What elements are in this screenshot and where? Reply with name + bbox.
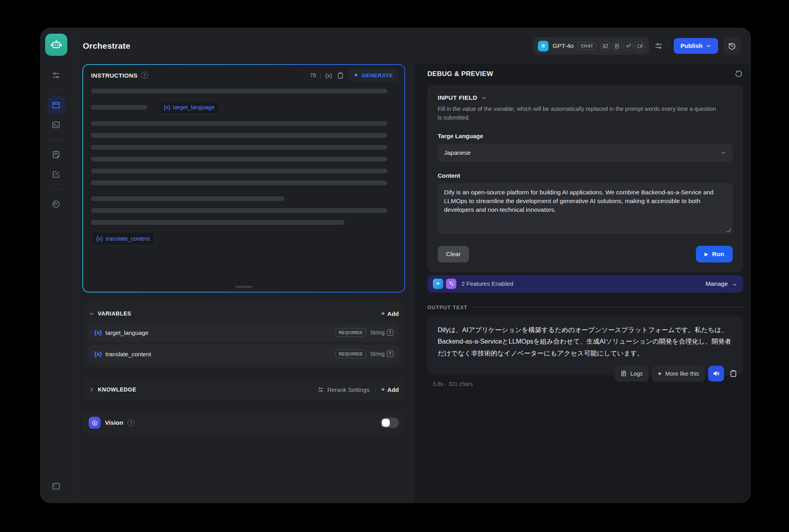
variable-chip-target-language[interactable]: {x} target_language [158,101,220,114]
model-selector[interactable]: ✳ GPT-4o CHAT [533,37,649,55]
video-capability-icon [635,41,644,51]
textarea-resize-handle[interactable] [726,228,730,232]
sparkle-icon: ✦ [354,72,359,79]
rerank-settings-button[interactable]: Rerank Settings [317,386,370,393]
vision-icon [89,417,101,429]
skeleton-line [91,121,387,126]
copy-output-icon[interactable] [729,369,738,378]
left-rail [40,28,72,503]
variable-type: String T [370,351,393,357]
required-badge: REQUIRED [335,350,366,358]
toolbar-divider [668,42,669,50]
skeleton-line [91,180,387,185]
input-field-card: INPUT FIELD Fill in the value of the var… [427,85,743,273]
string-type-icon: T [387,351,393,357]
rail-item-monitoring[interactable] [48,195,65,213]
vision-toggle[interactable] [381,418,399,428]
chevron-down-icon[interactable] [89,311,95,317]
instructions-title: INSTRUCTIONS [91,72,137,79]
rail-item-terminal[interactable] [48,116,65,133]
text-to-speech-feature-icon [446,279,456,289]
variable-row[interactable]: {x} translate_content REQUIRED String T [89,345,399,363]
plus-icon: + [381,310,385,317]
features-bar[interactable]: ✦ 2 Features Enabled Manage → [427,275,743,293]
knowledge-section: KNOWLEDGE Rerank Settings + Add [82,378,405,401]
copy-prompt-icon[interactable] [337,72,344,79]
run-button[interactable]: ▶ Run [696,246,733,262]
knowledge-title: KNOWLEDGE [98,386,136,393]
generate-button[interactable]: ✦ GENERATE [349,68,398,82]
string-type-icon: T [387,329,393,336]
add-knowledge-button[interactable]: + Add [381,386,399,393]
chevron-right-icon[interactable] [89,387,95,393]
input-field-header[interactable]: INPUT FIELD [438,94,733,101]
version-history-icon[interactable] [723,37,741,55]
variables-section: VARIABLES + Add {x} target_language REQU… [82,302,405,369]
vision-help-icon[interactable]: ? [128,419,135,426]
more-like-this-button[interactable]: ✦ More like this [652,366,705,382]
logs-button[interactable]: Logs [615,366,648,382]
char-count: 78 [310,72,316,78]
skeleton-line [91,208,387,213]
model-parameters-icon[interactable] [654,42,663,50]
model-name: GPT-4o [553,42,574,49]
content-textarea[interactable]: Dify is an open-source platform for buil… [438,183,733,234]
divider [320,72,321,78]
app-window: Orchestrate ✳ GPT-4o CHAT [40,28,751,503]
variables-title: VARIABLES [98,310,131,317]
clear-button[interactable]: Clear [438,246,469,262]
chevron-down-icon [481,95,487,101]
rail-item-logs[interactable] [48,146,65,163]
text-to-speech-button[interactable] [708,366,724,382]
variable-chip-translate-content[interactable]: {x} translate_content [91,232,155,245]
vision-capability-icon [600,41,610,51]
manage-features-button[interactable]: Manage → [705,280,738,287]
required-badge: REQUIRED [335,328,366,337]
app-logo-robot-icon[interactable] [45,34,67,56]
skeleton-line [91,196,284,201]
vision-label: Vision [105,419,123,426]
divider [375,386,375,393]
prompt-editor[interactable]: {x} target_language [83,86,404,292]
panel-resize-handle[interactable] [235,286,253,288]
audio-capability-icon [623,41,633,51]
page-title: Orchestrate [83,41,130,51]
instructions-panel: INSTRUCTIONS ? 78 {x} [82,64,405,293]
features-enabled-label: 2 Features Enabled [461,280,513,287]
skeleton-line [91,169,387,173]
play-icon: ▶ [705,251,708,257]
output-divider [473,307,743,308]
skeleton-line [91,145,387,150]
plus-icon: + [381,386,385,393]
skeleton-line [91,89,387,93]
rail-item-orchestrate-active[interactable] [48,96,65,114]
document-capability-icon [612,41,621,51]
instructions-help-icon[interactable]: ? [141,72,148,79]
skeleton-line [91,105,147,110]
skeleton-line [91,133,387,138]
orchestrate-pane: INSTRUCTIONS ? 78 {x} [72,64,415,503]
variable-row[interactable]: {x} target_language REQUIRED String T [89,323,399,342]
rail-divider [50,189,62,189]
rail-item-annotation[interactable] [48,165,65,183]
debug-preview-title: DEBUG & PREVIEW [427,70,493,78]
arrow-right-icon: → [732,280,738,287]
target-language-select[interactable]: Japanese [438,144,733,162]
generate-feature-icon: ✦ [433,279,443,289]
skeleton-line [91,220,345,225]
skeleton-line [91,157,387,162]
input-field-description: Fill in the value of the variable, which… [438,105,721,122]
top-bar: Orchestrate ✳ GPT-4o CHAT [72,28,751,64]
insert-variable-icon[interactable]: {x} [325,72,332,79]
output-text-title: OUTPUT TEXT [427,304,467,310]
publish-button[interactable]: Publish [674,38,718,54]
collapse-sidebar-icon[interactable] [48,477,65,495]
orchestrate-settings-icon[interactable] [48,66,65,84]
output-meta: 5.6s · 321 chars [433,381,743,387]
add-variable-button[interactable]: + Add [381,310,399,317]
chevron-down-icon [720,150,726,156]
reset-debug-icon[interactable] [734,70,743,78]
rail-divider [50,139,62,140]
variable-type: String T [370,329,393,336]
openai-logo-icon: ✳ [538,41,549,51]
